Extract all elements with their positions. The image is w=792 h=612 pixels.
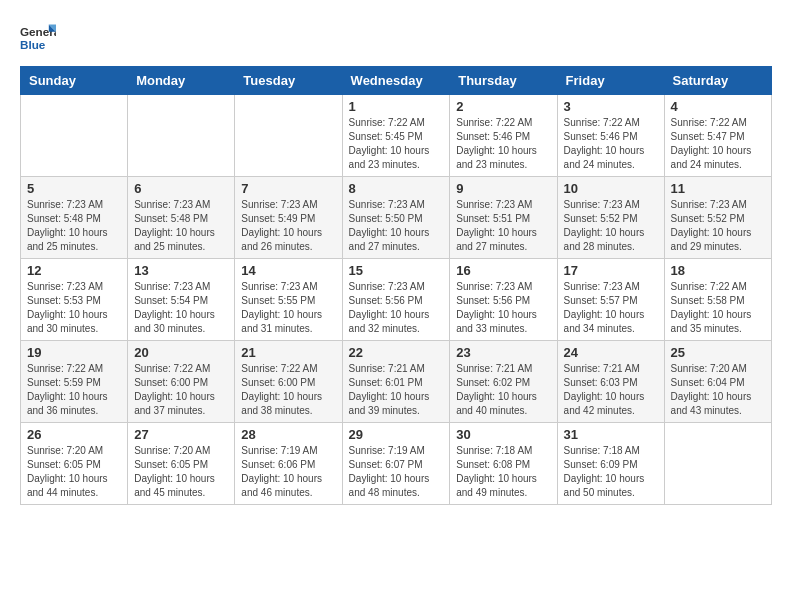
calendar-week-row: 12Sunrise: 7:23 AM Sunset: 5:53 PM Dayli… bbox=[21, 259, 772, 341]
day-number: 27 bbox=[134, 427, 228, 442]
weekday-header-sunday: Sunday bbox=[21, 67, 128, 95]
calendar-cell: 10Sunrise: 7:23 AM Sunset: 5:52 PM Dayli… bbox=[557, 177, 664, 259]
day-info: Sunrise: 7:22 AM Sunset: 5:46 PM Dayligh… bbox=[564, 116, 658, 172]
calendar-cell: 25Sunrise: 7:20 AM Sunset: 6:04 PM Dayli… bbox=[664, 341, 771, 423]
day-number: 9 bbox=[456, 181, 550, 196]
day-number: 21 bbox=[241, 345, 335, 360]
calendar-cell: 20Sunrise: 7:22 AM Sunset: 6:00 PM Dayli… bbox=[128, 341, 235, 423]
day-number: 20 bbox=[134, 345, 228, 360]
calendar-cell: 15Sunrise: 7:23 AM Sunset: 5:56 PM Dayli… bbox=[342, 259, 450, 341]
day-number: 31 bbox=[564, 427, 658, 442]
day-number: 26 bbox=[27, 427, 121, 442]
day-info: Sunrise: 7:23 AM Sunset: 5:52 PM Dayligh… bbox=[564, 198, 658, 254]
calendar-cell: 2Sunrise: 7:22 AM Sunset: 5:46 PM Daylig… bbox=[450, 95, 557, 177]
day-info: Sunrise: 7:23 AM Sunset: 5:56 PM Dayligh… bbox=[349, 280, 444, 336]
day-info: Sunrise: 7:23 AM Sunset: 5:51 PM Dayligh… bbox=[456, 198, 550, 254]
day-number: 25 bbox=[671, 345, 765, 360]
svg-text:Blue: Blue bbox=[20, 38, 46, 51]
day-number: 23 bbox=[456, 345, 550, 360]
calendar-cell: 9Sunrise: 7:23 AM Sunset: 5:51 PM Daylig… bbox=[450, 177, 557, 259]
calendar-cell: 19Sunrise: 7:22 AM Sunset: 5:59 PM Dayli… bbox=[21, 341, 128, 423]
day-info: Sunrise: 7:22 AM Sunset: 6:00 PM Dayligh… bbox=[134, 362, 228, 418]
day-info: Sunrise: 7:22 AM Sunset: 6:00 PM Dayligh… bbox=[241, 362, 335, 418]
calendar-cell bbox=[128, 95, 235, 177]
calendar-cell: 17Sunrise: 7:23 AM Sunset: 5:57 PM Dayli… bbox=[557, 259, 664, 341]
calendar-table: SundayMondayTuesdayWednesdayThursdayFrid… bbox=[20, 66, 772, 505]
day-info: Sunrise: 7:22 AM Sunset: 5:46 PM Dayligh… bbox=[456, 116, 550, 172]
day-number: 4 bbox=[671, 99, 765, 114]
day-number: 24 bbox=[564, 345, 658, 360]
logo-icon: General Blue bbox=[20, 20, 56, 56]
day-info: Sunrise: 7:23 AM Sunset: 5:49 PM Dayligh… bbox=[241, 198, 335, 254]
day-number: 11 bbox=[671, 181, 765, 196]
weekday-header-monday: Monday bbox=[128, 67, 235, 95]
calendar-cell: 16Sunrise: 7:23 AM Sunset: 5:56 PM Dayli… bbox=[450, 259, 557, 341]
calendar-cell: 21Sunrise: 7:22 AM Sunset: 6:00 PM Dayli… bbox=[235, 341, 342, 423]
day-info: Sunrise: 7:23 AM Sunset: 5:48 PM Dayligh… bbox=[134, 198, 228, 254]
day-info: Sunrise: 7:23 AM Sunset: 5:56 PM Dayligh… bbox=[456, 280, 550, 336]
calendar-week-row: 19Sunrise: 7:22 AM Sunset: 5:59 PM Dayli… bbox=[21, 341, 772, 423]
day-info: Sunrise: 7:23 AM Sunset: 5:53 PM Dayligh… bbox=[27, 280, 121, 336]
calendar-cell: 14Sunrise: 7:23 AM Sunset: 5:55 PM Dayli… bbox=[235, 259, 342, 341]
calendar-cell bbox=[235, 95, 342, 177]
day-number: 17 bbox=[564, 263, 658, 278]
day-number: 19 bbox=[27, 345, 121, 360]
day-info: Sunrise: 7:23 AM Sunset: 5:48 PM Dayligh… bbox=[27, 198, 121, 254]
day-number: 1 bbox=[349, 99, 444, 114]
calendar-cell: 22Sunrise: 7:21 AM Sunset: 6:01 PM Dayli… bbox=[342, 341, 450, 423]
weekday-header-tuesday: Tuesday bbox=[235, 67, 342, 95]
day-number: 18 bbox=[671, 263, 765, 278]
page-header: General Blue bbox=[20, 20, 772, 56]
day-info: Sunrise: 7:23 AM Sunset: 5:57 PM Dayligh… bbox=[564, 280, 658, 336]
weekday-header-wednesday: Wednesday bbox=[342, 67, 450, 95]
day-number: 3 bbox=[564, 99, 658, 114]
day-info: Sunrise: 7:21 AM Sunset: 6:01 PM Dayligh… bbox=[349, 362, 444, 418]
calendar-cell: 1Sunrise: 7:22 AM Sunset: 5:45 PM Daylig… bbox=[342, 95, 450, 177]
day-info: Sunrise: 7:23 AM Sunset: 5:54 PM Dayligh… bbox=[134, 280, 228, 336]
day-info: Sunrise: 7:19 AM Sunset: 6:06 PM Dayligh… bbox=[241, 444, 335, 500]
day-number: 10 bbox=[564, 181, 658, 196]
calendar-cell: 7Sunrise: 7:23 AM Sunset: 5:49 PM Daylig… bbox=[235, 177, 342, 259]
day-number: 22 bbox=[349, 345, 444, 360]
day-number: 6 bbox=[134, 181, 228, 196]
day-number: 2 bbox=[456, 99, 550, 114]
logo: General Blue bbox=[20, 20, 56, 56]
calendar-cell: 4Sunrise: 7:22 AM Sunset: 5:47 PM Daylig… bbox=[664, 95, 771, 177]
weekday-header-saturday: Saturday bbox=[664, 67, 771, 95]
day-info: Sunrise: 7:22 AM Sunset: 5:58 PM Dayligh… bbox=[671, 280, 765, 336]
calendar-cell: 23Sunrise: 7:21 AM Sunset: 6:02 PM Dayli… bbox=[450, 341, 557, 423]
day-info: Sunrise: 7:20 AM Sunset: 6:04 PM Dayligh… bbox=[671, 362, 765, 418]
day-info: Sunrise: 7:21 AM Sunset: 6:03 PM Dayligh… bbox=[564, 362, 658, 418]
day-number: 8 bbox=[349, 181, 444, 196]
calendar-cell: 28Sunrise: 7:19 AM Sunset: 6:06 PM Dayli… bbox=[235, 423, 342, 505]
day-number: 28 bbox=[241, 427, 335, 442]
day-number: 30 bbox=[456, 427, 550, 442]
day-number: 14 bbox=[241, 263, 335, 278]
calendar-cell: 29Sunrise: 7:19 AM Sunset: 6:07 PM Dayli… bbox=[342, 423, 450, 505]
day-number: 5 bbox=[27, 181, 121, 196]
day-info: Sunrise: 7:20 AM Sunset: 6:05 PM Dayligh… bbox=[134, 444, 228, 500]
day-info: Sunrise: 7:19 AM Sunset: 6:07 PM Dayligh… bbox=[349, 444, 444, 500]
day-number: 12 bbox=[27, 263, 121, 278]
calendar-cell bbox=[664, 423, 771, 505]
day-info: Sunrise: 7:21 AM Sunset: 6:02 PM Dayligh… bbox=[456, 362, 550, 418]
calendar-cell: 13Sunrise: 7:23 AM Sunset: 5:54 PM Dayli… bbox=[128, 259, 235, 341]
day-number: 29 bbox=[349, 427, 444, 442]
calendar-cell bbox=[21, 95, 128, 177]
calendar-cell: 27Sunrise: 7:20 AM Sunset: 6:05 PM Dayli… bbox=[128, 423, 235, 505]
day-info: Sunrise: 7:23 AM Sunset: 5:50 PM Dayligh… bbox=[349, 198, 444, 254]
calendar-cell: 12Sunrise: 7:23 AM Sunset: 5:53 PM Dayli… bbox=[21, 259, 128, 341]
day-info: Sunrise: 7:22 AM Sunset: 5:59 PM Dayligh… bbox=[27, 362, 121, 418]
day-info: Sunrise: 7:23 AM Sunset: 5:52 PM Dayligh… bbox=[671, 198, 765, 254]
day-info: Sunrise: 7:23 AM Sunset: 5:55 PM Dayligh… bbox=[241, 280, 335, 336]
calendar-cell: 3Sunrise: 7:22 AM Sunset: 5:46 PM Daylig… bbox=[557, 95, 664, 177]
day-info: Sunrise: 7:18 AM Sunset: 6:08 PM Dayligh… bbox=[456, 444, 550, 500]
day-info: Sunrise: 7:22 AM Sunset: 5:47 PM Dayligh… bbox=[671, 116, 765, 172]
calendar-cell: 31Sunrise: 7:18 AM Sunset: 6:09 PM Dayli… bbox=[557, 423, 664, 505]
calendar-cell: 11Sunrise: 7:23 AM Sunset: 5:52 PM Dayli… bbox=[664, 177, 771, 259]
day-number: 7 bbox=[241, 181, 335, 196]
calendar-cell: 18Sunrise: 7:22 AM Sunset: 5:58 PM Dayli… bbox=[664, 259, 771, 341]
day-number: 16 bbox=[456, 263, 550, 278]
day-info: Sunrise: 7:20 AM Sunset: 6:05 PM Dayligh… bbox=[27, 444, 121, 500]
calendar-week-row: 5Sunrise: 7:23 AM Sunset: 5:48 PM Daylig… bbox=[21, 177, 772, 259]
